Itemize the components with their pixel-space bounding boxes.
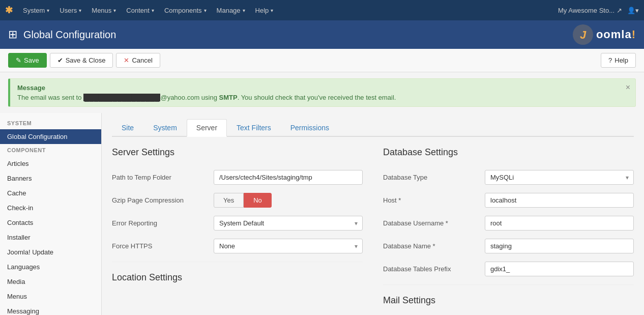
sidebar-item-joomla-update[interactable]: Joomla! Update bbox=[0, 245, 101, 260]
nav-right: My Awesome Sto... ↗ 👤 ▾ bbox=[558, 7, 639, 14]
db-prefix-input[interactable] bbox=[485, 262, 634, 276]
sidebar-item-contacts[interactable]: Contacts bbox=[0, 215, 101, 230]
sidebar-item-global-configuration[interactable]: Global Configuration bbox=[0, 129, 101, 144]
nav-manage[interactable]: Manage ▾ bbox=[212, 0, 250, 20]
gzip-label: Gzip Page Compression bbox=[112, 196, 214, 204]
header-bar: ⊞ Global Configuration J oomla! bbox=[0, 20, 644, 49]
help-button[interactable]: ? Help bbox=[601, 53, 636, 68]
joomla-small-logo: ✱ bbox=[5, 5, 13, 16]
error-reporting-select[interactable]: System Default None Simple Maximum bbox=[214, 216, 363, 231]
chevron-down-icon: ▾ bbox=[47, 8, 49, 13]
error-reporting-select-wrap: System Default None Simple Maximum ▾ bbox=[214, 216, 363, 231]
db-name-group: Database Name * bbox=[383, 239, 634, 253]
message-box: Message The email was sent to ██████████… bbox=[8, 78, 636, 107]
chevron-down-icon: ▾ bbox=[204, 8, 207, 13]
gzip-yes-button[interactable]: Yes bbox=[214, 193, 244, 208]
sidebar-item-banners[interactable]: Banners bbox=[0, 171, 101, 186]
joomla-logo: J oomla! bbox=[572, 23, 636, 46]
chevron-down-icon: ▾ bbox=[635, 7, 639, 14]
db-prefix-group: Database Tables Prefix bbox=[383, 262, 634, 276]
joomla-logo-icon: J bbox=[572, 23, 594, 46]
force-https-label: Force HTTPS bbox=[112, 242, 214, 250]
close-icon[interactable]: × bbox=[626, 83, 630, 92]
sidebar: SYSTEM Global Configuration COMPONENT Ar… bbox=[0, 113, 102, 315]
chevron-down-icon: ▾ bbox=[152, 8, 154, 13]
page-title-area: ⊞ Global Configuration bbox=[8, 28, 116, 41]
main-layout: SYSTEM Global Configuration COMPONENT Ar… bbox=[0, 113, 644, 315]
db-prefix-label: Database Tables Prefix bbox=[383, 265, 485, 273]
svg-text:J: J bbox=[580, 28, 587, 41]
nav-users[interactable]: Users ▾ bbox=[54, 0, 86, 20]
chevron-down-icon: ▾ bbox=[79, 8, 81, 13]
db-name-label: Database Name * bbox=[383, 242, 485, 250]
gzip-group: Gzip Page Compression Yes No bbox=[112, 193, 363, 208]
cancel-icon: ✕ bbox=[124, 56, 129, 64]
grid-icon: ⊞ bbox=[8, 28, 17, 41]
db-username-input[interactable] bbox=[485, 216, 634, 231]
sidebar-item-media[interactable]: Media bbox=[0, 274, 101, 289]
external-link-icon: ↗ bbox=[617, 7, 622, 14]
path-temp-input[interactable] bbox=[214, 170, 363, 185]
tab-server[interactable]: Server bbox=[187, 119, 227, 137]
db-host-group: Host * bbox=[383, 193, 634, 208]
force-https-select[interactable]: None Administrator Only Entire Site bbox=[214, 239, 363, 253]
db-type-label: Database Type bbox=[383, 174, 485, 181]
location-settings-heading: Location Settings bbox=[112, 272, 363, 287]
joomla-wordmark: oomla! bbox=[596, 28, 636, 41]
force-https-group: Force HTTPS None Administrator Only Enti… bbox=[112, 239, 363, 253]
redacted-email: ████████████████ bbox=[83, 94, 160, 101]
top-navbar: ✱ System ▾ Users ▾ Menus ▾ Content ▾ Com… bbox=[0, 0, 644, 20]
two-column-layout: Server Settings Path to Temp Folder Gzip… bbox=[112, 147, 634, 315]
user-icon: 👤 bbox=[627, 7, 635, 14]
error-reporting-group: Error Reporting System Default None Simp… bbox=[112, 216, 363, 231]
tab-system[interactable]: System bbox=[143, 119, 187, 137]
database-settings-heading: Database Settings bbox=[383, 147, 634, 162]
nav-system[interactable]: System ▾ bbox=[18, 0, 54, 20]
content-area: Site System Server Text Filters Permissi… bbox=[102, 113, 644, 315]
nav-menus[interactable]: Menus ▾ bbox=[86, 0, 121, 20]
chevron-down-icon: ▾ bbox=[113, 8, 116, 13]
nav-items: System ▾ Users ▾ Menus ▾ Content ▾ Compo… bbox=[18, 0, 558, 20]
sidebar-item-installer[interactable]: Installer bbox=[0, 230, 101, 245]
cancel-button[interactable]: ✕ Cancel bbox=[116, 53, 160, 68]
gzip-no-button[interactable]: No bbox=[244, 193, 272, 208]
save-button[interactable]: ✎ Save bbox=[8, 53, 47, 68]
sidebar-item-articles[interactable]: Articles bbox=[0, 156, 101, 171]
help-icon: ? bbox=[608, 56, 612, 64]
sidebar-item-cache[interactable]: Cache bbox=[0, 186, 101, 201]
mail-settings-heading: Mail Settings bbox=[383, 295, 634, 310]
db-name-input[interactable] bbox=[485, 239, 634, 253]
smtp-keyword: SMTP bbox=[219, 94, 238, 101]
tab-text-filters[interactable]: Text Filters bbox=[227, 119, 281, 137]
page-title: Global Configuration bbox=[23, 29, 116, 41]
db-type-group: Database Type MySQLi MySQL (PDO) Postgre… bbox=[383, 170, 634, 185]
sidebar-item-languages[interactable]: Languages bbox=[0, 260, 101, 274]
sidebar-item-menus[interactable]: Menus bbox=[0, 289, 101, 304]
right-column: Database Settings Database Type MySQLi M… bbox=[383, 147, 634, 315]
force-https-select-wrap: None Administrator Only Entire Site ▾ bbox=[214, 239, 363, 253]
tab-bar: Site System Server Text Filters Permissi… bbox=[112, 119, 634, 137]
tab-site[interactable]: Site bbox=[112, 119, 143, 137]
db-type-select[interactable]: MySQLi MySQL (PDO) PostgreSQL bbox=[485, 170, 634, 185]
message-text: The email was sent to ████████████████@y… bbox=[17, 94, 628, 101]
sidebar-item-checkin[interactable]: Check-in bbox=[0, 201, 101, 215]
toolbar: ✎ Save ✔ Save & Close ✕ Cancel ? Help bbox=[0, 49, 644, 72]
path-temp-group: Path to Temp Folder bbox=[112, 170, 363, 185]
tab-permissions[interactable]: Permissions bbox=[281, 119, 339, 137]
save-close-button[interactable]: ✔ Save & Close bbox=[50, 53, 113, 68]
db-host-input[interactable] bbox=[485, 193, 634, 208]
site-link[interactable]: My Awesome Sto... ↗ bbox=[558, 7, 622, 14]
nav-help[interactable]: Help ▾ bbox=[250, 0, 279, 20]
save-icon: ✎ bbox=[16, 56, 21, 64]
user-menu[interactable]: 👤 ▾ bbox=[627, 7, 639, 14]
sidebar-item-messaging[interactable]: Messaging bbox=[0, 304, 101, 315]
server-settings-heading: Server Settings bbox=[112, 147, 363, 162]
sidebar-component-label: COMPONENT bbox=[0, 144, 101, 156]
nav-content[interactable]: Content ▾ bbox=[121, 0, 159, 20]
db-host-label: Host * bbox=[383, 196, 485, 204]
divider bbox=[112, 262, 363, 262]
nav-components[interactable]: Components ▾ bbox=[159, 0, 212, 20]
check-icon: ✔ bbox=[57, 56, 63, 64]
db-username-group: Database Username * bbox=[383, 216, 634, 231]
path-temp-label: Path to Temp Folder bbox=[112, 174, 214, 181]
